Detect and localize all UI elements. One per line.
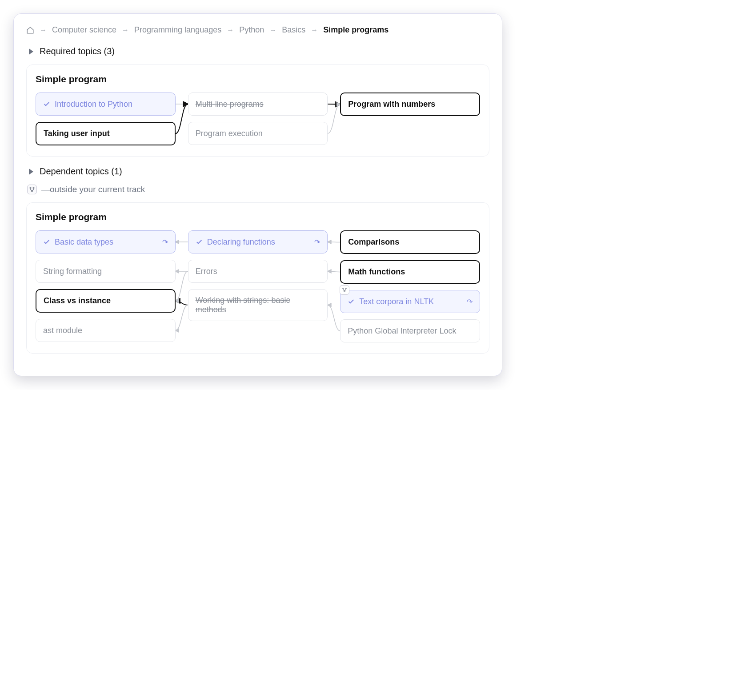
dependent-topics-panel: Simple program [26, 202, 489, 354]
check-icon [196, 238, 203, 245]
caret-right-icon [29, 48, 33, 55]
check-icon [43, 238, 50, 245]
topic-label: Class vs instance [44, 296, 111, 306]
topic-label: Program execution [196, 129, 263, 138]
check-icon [43, 101, 50, 108]
breadcrumb: → Computer science → Programming languag… [26, 25, 489, 35]
required-topics-panel: Simple program [26, 64, 489, 157]
topic-label: Text corpora in NLTK [359, 297, 434, 306]
dependent-topics-toggle[interactable]: Dependent topics (1) [29, 166, 489, 177]
breadcrumb-item-current: Simple programs [323, 25, 389, 35]
topic-intro-python[interactable]: Introduction to Python [36, 93, 176, 116]
svg-point-1 [33, 187, 34, 189]
topic-text-corpora-nltk[interactable]: Text corpora in NLTK ↷ [340, 290, 480, 313]
topic-label: Basic data types [55, 237, 113, 247]
topic-python-gil[interactable]: Python Global Interpreter Lock [340, 319, 480, 342]
topic-label: String formatting [43, 267, 102, 276]
redo-icon: ↷ [162, 238, 168, 246]
required-topics-toggle[interactable]: Required topics (3) [29, 46, 489, 56]
topic-label: Math functions [348, 267, 405, 277]
topic-ast-module[interactable]: ast module [36, 319, 176, 342]
redo-icon: ↷ [467, 298, 473, 306]
svg-point-0 [30, 187, 31, 189]
redo-icon: ↷ [314, 238, 320, 246]
topic-declaring-functions[interactable]: Declaring functions ↷ [188, 230, 328, 253]
branch-icon [27, 185, 37, 194]
svg-point-4 [345, 288, 347, 290]
required-topics-label: Required topics (3) [40, 46, 115, 56]
chevron-right-icon: → [311, 26, 318, 34]
chevron-right-icon: → [269, 26, 276, 34]
topic-class-vs-instance[interactable]: Class vs instance [36, 289, 176, 313]
chevron-right-icon: → [227, 26, 234, 34]
dependent-topics-label: Dependent topics (1) [40, 166, 122, 177]
topic-label: Comparisons [348, 237, 399, 247]
topic-label: Multi-line programs [196, 100, 264, 109]
check-icon [348, 298, 355, 305]
panel-title: Simple program [36, 74, 480, 84]
svg-point-3 [343, 288, 344, 290]
topic-label: Errors [196, 267, 217, 276]
topic-comparisons[interactable]: Comparisons [340, 230, 480, 254]
chevron-right-icon: → [122, 26, 129, 34]
topic-label: Working with strings: basic methods [196, 296, 320, 314]
branch-icon [340, 285, 349, 295]
topic-label: Declaring functions [207, 237, 275, 247]
panel-title: Simple program [36, 212, 480, 222]
breadcrumb-item[interactable]: Programming languages [134, 25, 221, 35]
caret-right-icon [29, 169, 33, 175]
breadcrumb-item[interactable]: Computer science [52, 25, 116, 35]
topic-label: Introduction to Python [55, 100, 132, 109]
chevron-right-icon: → [40, 26, 47, 34]
knowledge-map-card: → Computer science → Programming languag… [13, 13, 502, 376]
topic-label: ast module [43, 326, 82, 335]
topic-errors[interactable]: Errors [188, 260, 328, 283]
topic-string-formatting[interactable]: String formatting [36, 260, 176, 283]
home-icon[interactable] [26, 26, 34, 34]
outside-track-legend: —outside your current track [27, 185, 489, 194]
topic-label: Python Global Interpreter Lock [348, 326, 456, 336]
breadcrumb-item[interactable]: Python [239, 25, 264, 35]
legend-text: —outside your current track [41, 185, 145, 194]
topic-multiline-programs[interactable]: Multi-line programs [188, 93, 328, 116]
svg-point-5 [344, 291, 345, 292]
topic-label: Program with numbers [348, 100, 435, 109]
breadcrumb-item[interactable]: Basics [282, 25, 305, 35]
topic-label: Taking user input [44, 129, 110, 138]
topic-program-execution[interactable]: Program execution [188, 122, 328, 145]
svg-point-2 [32, 190, 33, 192]
topic-working-with-strings[interactable]: Working with strings: basic methods [188, 289, 328, 321]
topic-math-functions[interactable]: Math functions [340, 260, 480, 284]
topic-taking-user-input[interactable]: Taking user input [36, 122, 176, 145]
topic-program-with-numbers[interactable]: Program with numbers [340, 93, 480, 116]
topic-basic-data-types[interactable]: Basic data types ↷ [36, 230, 176, 253]
